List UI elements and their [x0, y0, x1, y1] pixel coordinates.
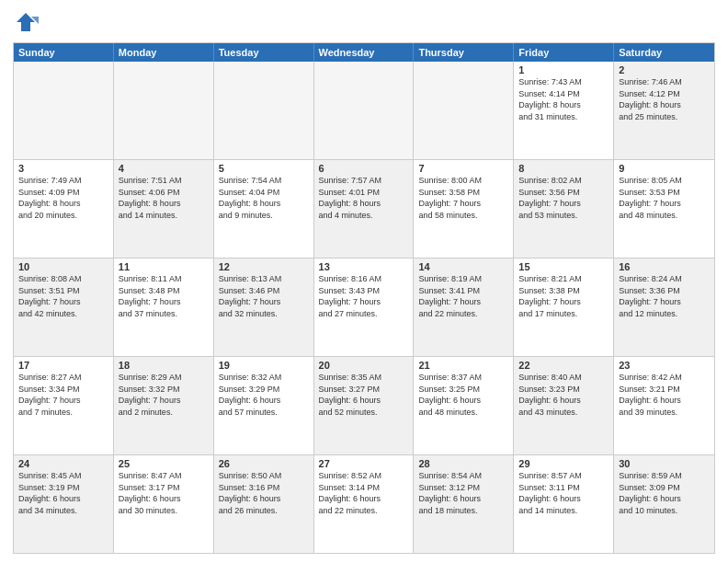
calendar-cell: 7Sunrise: 8:00 AM Sunset: 3:58 PM Daylig…	[414, 160, 514, 258]
cell-info: Sunrise: 8:08 AM Sunset: 3:51 PM Dayligh…	[18, 273, 108, 319]
calendar-cell: 26Sunrise: 8:50 AM Sunset: 3:16 PM Dayli…	[214, 455, 314, 553]
calendar-cell: 30Sunrise: 8:59 AM Sunset: 3:09 PM Dayli…	[614, 455, 714, 553]
calendar-cell: 18Sunrise: 8:29 AM Sunset: 3:32 PM Dayli…	[114, 357, 214, 454]
day-number: 23	[619, 360, 710, 371]
cell-info: Sunrise: 8:50 AM Sunset: 3:16 PM Dayligh…	[219, 470, 309, 516]
calendar-cell: 25Sunrise: 8:47 AM Sunset: 3:17 PM Dayli…	[114, 455, 214, 553]
calendar-cell: 6Sunrise: 7:57 AM Sunset: 4:01 PM Daylig…	[314, 160, 415, 258]
calendar-cell: 19Sunrise: 8:32 AM Sunset: 3:29 PM Dayli…	[214, 357, 314, 454]
day-number: 15	[518, 261, 609, 272]
cell-info: Sunrise: 8:42 AM Sunset: 3:21 PM Dayligh…	[619, 372, 710, 418]
calendar-cell: 5Sunrise: 7:54 AM Sunset: 4:04 PM Daylig…	[214, 160, 314, 258]
day-number: 3	[18, 163, 108, 174]
calendar-row: 3Sunrise: 7:49 AM Sunset: 4:09 PM Daylig…	[14, 159, 714, 258]
cell-info: Sunrise: 8:32 AM Sunset: 3:29 PM Dayligh…	[219, 372, 309, 418]
calendar-cell: 15Sunrise: 8:21 AM Sunset: 3:38 PM Dayli…	[514, 259, 614, 356]
calendar: SundayMondayTuesdayWednesdayThursdayFrid…	[13, 42, 715, 554]
day-number: 19	[219, 360, 309, 371]
day-number: 5	[219, 163, 309, 174]
cell-info: Sunrise: 8:45 AM Sunset: 3:19 PM Dayligh…	[18, 470, 108, 516]
cell-info: Sunrise: 8:19 AM Sunset: 3:41 PM Dayligh…	[418, 273, 508, 319]
cell-info: Sunrise: 7:43 AM Sunset: 4:14 PM Dayligh…	[518, 76, 609, 122]
calendar-cell: 16Sunrise: 8:24 AM Sunset: 3:36 PM Dayli…	[614, 259, 714, 356]
calendar-cell: 8Sunrise: 8:02 AM Sunset: 3:56 PM Daylig…	[514, 160, 614, 258]
cell-info: Sunrise: 8:47 AM Sunset: 3:17 PM Dayligh…	[119, 470, 209, 516]
day-number: 30	[619, 458, 710, 469]
calendar-cell: 2Sunrise: 7:46 AM Sunset: 4:12 PM Daylig…	[614, 62, 714, 159]
day-number: 27	[319, 458, 409, 469]
svg-marker-0	[17, 13, 35, 31]
day-number: 18	[119, 360, 209, 371]
weekday-header: Monday	[114, 43, 214, 62]
calendar-row: 24Sunrise: 8:45 AM Sunset: 3:19 PM Dayli…	[14, 454, 714, 553]
cell-info: Sunrise: 8:37 AM Sunset: 3:25 PM Dayligh…	[418, 372, 508, 418]
cell-info: Sunrise: 8:05 AM Sunset: 3:53 PM Dayligh…	[619, 175, 710, 221]
calendar-cell: 3Sunrise: 7:49 AM Sunset: 4:09 PM Daylig…	[14, 160, 114, 258]
day-number: 2	[619, 64, 710, 75]
calendar-cell: 27Sunrise: 8:52 AM Sunset: 3:14 PM Dayli…	[314, 455, 415, 553]
weekday-header: Tuesday	[214, 43, 314, 62]
calendar-body: 1Sunrise: 7:43 AM Sunset: 4:14 PM Daylig…	[14, 62, 714, 553]
cell-info: Sunrise: 8:52 AM Sunset: 3:14 PM Dayligh…	[319, 470, 409, 516]
calendar-row: 1Sunrise: 7:43 AM Sunset: 4:14 PM Daylig…	[14, 62, 714, 159]
calendar-cell: 14Sunrise: 8:19 AM Sunset: 3:41 PM Dayli…	[414, 259, 514, 356]
day-number: 4	[119, 163, 209, 174]
day-number: 1	[518, 64, 609, 75]
cell-info: Sunrise: 8:35 AM Sunset: 3:27 PM Dayligh…	[319, 372, 409, 418]
cell-info: Sunrise: 8:11 AM Sunset: 3:48 PM Dayligh…	[119, 273, 209, 319]
cell-info: Sunrise: 8:24 AM Sunset: 3:36 PM Dayligh…	[619, 273, 710, 319]
day-number: 16	[619, 261, 710, 272]
calendar-cell: 13Sunrise: 8:16 AM Sunset: 3:43 PM Dayli…	[314, 259, 415, 356]
logo	[13, 9, 42, 35]
day-number: 8	[518, 163, 609, 174]
calendar-cell: 24Sunrise: 8:45 AM Sunset: 3:19 PM Dayli…	[14, 455, 114, 553]
day-number: 29	[518, 458, 609, 469]
cell-info: Sunrise: 7:49 AM Sunset: 4:09 PM Dayligh…	[18, 175, 108, 221]
calendar-cell: 20Sunrise: 8:35 AM Sunset: 3:27 PM Dayli…	[314, 357, 415, 454]
header	[13, 9, 715, 35]
day-number: 20	[319, 360, 409, 371]
day-number: 17	[18, 360, 108, 371]
logo-icon	[13, 9, 39, 35]
calendar-cell	[214, 62, 314, 159]
weekday-header: Saturday	[614, 43, 714, 62]
calendar-cell: 1Sunrise: 7:43 AM Sunset: 4:14 PM Daylig…	[514, 62, 614, 159]
cell-info: Sunrise: 8:16 AM Sunset: 3:43 PM Dayligh…	[319, 273, 409, 319]
calendar-cell	[314, 62, 415, 159]
calendar-cell	[114, 62, 214, 159]
calendar-cell: 11Sunrise: 8:11 AM Sunset: 3:48 PM Dayli…	[114, 259, 214, 356]
cell-info: Sunrise: 8:40 AM Sunset: 3:23 PM Dayligh…	[518, 372, 609, 418]
cell-info: Sunrise: 7:57 AM Sunset: 4:01 PM Dayligh…	[319, 175, 409, 221]
calendar-cell: 23Sunrise: 8:42 AM Sunset: 3:21 PM Dayli…	[614, 357, 714, 454]
calendar-cell	[414, 62, 514, 159]
day-number: 28	[418, 458, 508, 469]
cell-info: Sunrise: 8:27 AM Sunset: 3:34 PM Dayligh…	[18, 372, 108, 418]
day-number: 25	[119, 458, 209, 469]
weekday-header: Friday	[514, 43, 614, 62]
cell-info: Sunrise: 8:00 AM Sunset: 3:58 PM Dayligh…	[418, 175, 508, 221]
calendar-header: SundayMondayTuesdayWednesdayThursdayFrid…	[14, 43, 714, 62]
calendar-row: 10Sunrise: 8:08 AM Sunset: 3:51 PM Dayli…	[14, 258, 714, 356]
cell-info: Sunrise: 8:57 AM Sunset: 3:11 PM Dayligh…	[518, 470, 609, 516]
calendar-cell: 12Sunrise: 8:13 AM Sunset: 3:46 PM Dayli…	[214, 259, 314, 356]
cell-info: Sunrise: 8:59 AM Sunset: 3:09 PM Dayligh…	[619, 470, 710, 516]
day-number: 22	[518, 360, 609, 371]
day-number: 7	[418, 163, 508, 174]
day-number: 10	[18, 261, 108, 272]
calendar-cell: 9Sunrise: 8:05 AM Sunset: 3:53 PM Daylig…	[614, 160, 714, 258]
day-number: 9	[619, 163, 710, 174]
cell-info: Sunrise: 8:21 AM Sunset: 3:38 PM Dayligh…	[518, 273, 609, 319]
weekday-header: Wednesday	[314, 43, 415, 62]
day-number: 14	[418, 261, 508, 272]
day-number: 12	[219, 261, 309, 272]
cell-info: Sunrise: 8:29 AM Sunset: 3:32 PM Dayligh…	[119, 372, 209, 418]
cell-info: Sunrise: 7:51 AM Sunset: 4:06 PM Dayligh…	[119, 175, 209, 221]
day-number: 6	[319, 163, 409, 174]
calendar-row: 17Sunrise: 8:27 AM Sunset: 3:34 PM Dayli…	[14, 356, 714, 454]
calendar-cell: 4Sunrise: 7:51 AM Sunset: 4:06 PM Daylig…	[114, 160, 214, 258]
page: SundayMondayTuesdayWednesdayThursdayFrid…	[0, 0, 728, 563]
calendar-cell: 17Sunrise: 8:27 AM Sunset: 3:34 PM Dayli…	[14, 357, 114, 454]
day-number: 13	[319, 261, 409, 272]
day-number: 26	[219, 458, 309, 469]
day-number: 24	[18, 458, 108, 469]
